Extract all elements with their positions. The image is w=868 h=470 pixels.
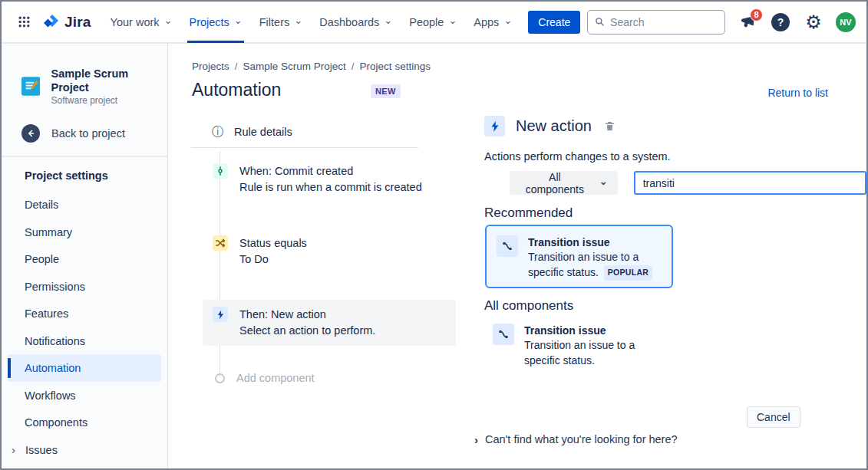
nav-label: Your work	[111, 16, 160, 28]
lightning-icon	[213, 307, 228, 322]
page-title: Automation	[192, 80, 281, 100]
global-search[interactable]	[587, 10, 725, 35]
return-to-list-link[interactable]: Return to list	[767, 87, 828, 99]
sidebar-item-automation[interactable]: Automation	[8, 354, 161, 382]
back-to-project-label: Back to project	[51, 127, 125, 140]
rule-step-trigger[interactable]: When: Commit created Rule is run when a …	[213, 163, 422, 196]
sidebar-item-notifications[interactable]: Notifications	[2, 327, 167, 355]
sidebar-item-summary[interactable]: Summary	[2, 219, 167, 246]
avatar[interactable]: NV	[836, 12, 856, 32]
rule-divider	[191, 147, 418, 148]
trash-icon	[604, 120, 616, 132]
nav-label: Dashboards	[319, 16, 379, 28]
project-type: Software project	[51, 95, 158, 106]
chevron-right-icon: ›	[474, 434, 478, 445]
action-panel-title: New action	[516, 117, 592, 135]
sidebar-item-components[interactable]: Components	[2, 409, 167, 436]
jira-logo[interactable]: Jira	[41, 13, 91, 31]
nav-item-projects[interactable]: Projects⌄	[180, 1, 250, 43]
info-icon: ⓘ	[212, 126, 224, 138]
back-arrow-icon	[21, 124, 40, 143]
project-header: Sample Scrum Project Software project	[2, 44, 167, 106]
back-to-project[interactable]: Back to project	[2, 106, 167, 143]
step-text: Then: New action Select an action to per…	[239, 307, 375, 339]
sidebar-item-label: Components	[25, 416, 87, 429]
action-search-input[interactable]	[634, 171, 866, 195]
sidebar-item-label: Workflows	[25, 389, 76, 402]
sidebar-item-workflows[interactable]: Workflows	[2, 382, 167, 409]
nav-label: Filters	[259, 16, 289, 28]
breadcrumb-separator: /	[346, 61, 360, 72]
chevron-right-icon: ›	[12, 444, 18, 455]
item-text: Transition issue Transition an issue to …	[524, 324, 673, 369]
rule-details-link[interactable]: ⓘ Rule details	[212, 126, 292, 138]
transition-icon	[497, 235, 518, 257]
breadcrumb-project[interactable]: Sample Scrum Project	[243, 61, 346, 72]
add-component-button[interactable]: Add component	[215, 372, 315, 384]
sidebar-item-people[interactable]: People	[2, 245, 167, 273]
sidebar-item-label: Permissions	[25, 281, 85, 293]
card-title: Transition issue	[528, 235, 662, 249]
chevron-down-icon: ⌄	[384, 15, 392, 25]
step-subtitle: To Do	[239, 251, 307, 268]
nav-label: Projects	[189, 16, 229, 28]
step-title: When: Commit created	[239, 163, 422, 179]
cant-find-help-link[interactable]: › Can't find what you're looking for her…	[474, 433, 678, 445]
card-description: Transition an issue to a specific status…	[528, 249, 662, 281]
step-text: When: Commit created Rule is run when a …	[239, 163, 422, 196]
popular-badge: POPULAR	[604, 265, 652, 280]
transition-icon	[493, 324, 514, 345]
nav-item-your-work[interactable]: Your work⌄	[102, 1, 181, 43]
recommended-transition-issue-card[interactable]: Transition issue Transition an issue to …	[485, 225, 673, 288]
all-components-heading: All components	[484, 298, 573, 314]
cancel-button[interactable]: Cancel	[747, 406, 800, 428]
sidebar-item-label: Features	[25, 307, 68, 320]
sidebar-item-permissions[interactable]: Permissions	[2, 273, 167, 301]
gear-icon: ⚙	[805, 13, 822, 31]
all-components-transition-issue-item[interactable]: Transition issue Transition an issue to …	[493, 324, 673, 369]
sidebar-item-label: People	[25, 253, 59, 265]
rule-details-label: Rule details	[234, 126, 292, 138]
add-component-label: Add component	[236, 372, 315, 384]
app-switcher-icon[interactable]	[11, 9, 37, 35]
sidebar-section-title: Project settings	[2, 169, 167, 191]
create-button[interactable]: Create	[528, 11, 580, 34]
grid-icon	[18, 15, 31, 28]
nav-item-people[interactable]: People⌄	[401, 1, 465, 43]
jira-logo-text: Jira	[64, 14, 91, 31]
jira-logo-icon	[41, 13, 60, 31]
item-title: Transition issue	[524, 324, 673, 337]
recommended-heading: Recommended	[484, 205, 573, 221]
components-filter-dropdown[interactable]: All components ⌄	[510, 171, 618, 195]
sidebar-item-issues[interactable]: › Issues	[2, 436, 167, 464]
search-input[interactable]	[610, 16, 718, 28]
notifications-button[interactable]: 8	[737, 12, 758, 33]
project-sidebar: Sample Scrum Project Software project Ba…	[2, 44, 168, 468]
settings-button[interactable]: ⚙	[803, 12, 824, 33]
step-title: Status equals	[239, 235, 307, 251]
breadcrumb-settings[interactable]: Project settings	[360, 61, 431, 72]
sidebar-item-features[interactable]: Features	[2, 300, 167, 327]
card-text: Transition issue Transition an issue to …	[528, 235, 662, 278]
components-filter-value: All components	[520, 171, 590, 196]
sidebar-item-label: Summary	[25, 226, 72, 238]
breadcrumb-projects[interactable]: Projects	[192, 61, 229, 72]
project-name: Sample Scrum Project	[51, 67, 158, 94]
chevron-down-icon: ⌄	[234, 15, 243, 25]
sidebar-item-apps[interactable]: ⌄ Apps	[2, 463, 167, 470]
chevron-down-icon: ⌄	[164, 15, 173, 25]
help-button[interactable]: ?	[770, 12, 791, 33]
item-description: Transition an issue to a specific status…	[524, 337, 673, 369]
nav-label: Apps	[474, 16, 499, 28]
sidebar-item-details[interactable]: Details	[2, 191, 167, 219]
condition-icon	[213, 235, 228, 251]
rule-step-action[interactable]: Then: New action Select an action to per…	[203, 300, 456, 346]
chevron-down-icon: ⌄	[448, 15, 457, 25]
rule-step-condition[interactable]: Status equals To Do	[213, 235, 307, 268]
delete-action-button[interactable]	[604, 120, 616, 132]
step-text: Status equals To Do	[239, 235, 307, 268]
lightning-icon	[484, 116, 505, 136]
nav-item-dashboards[interactable]: Dashboards⌄	[311, 1, 401, 43]
nav-item-filters[interactable]: Filters⌄	[251, 1, 311, 43]
nav-item-apps[interactable]: Apps⌄	[465, 1, 520, 43]
